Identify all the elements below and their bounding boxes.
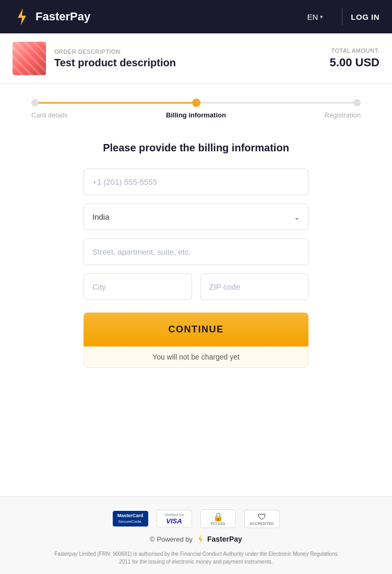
stepper-label-registration: Registration xyxy=(251,111,361,119)
stepper-dot-2 xyxy=(192,99,200,107)
footer-legal: Fasterpay Limited (FRN: 900681) is autho… xyxy=(50,550,342,566)
product-thumbnail xyxy=(13,42,46,75)
payment-badges: MasterCard SecureCode. Verified by VISA … xyxy=(113,509,280,528)
country-select[interactable]: India United States United Kingdom Germa… xyxy=(84,204,308,230)
country-group: India United States United Kingdom Germa… xyxy=(84,204,308,230)
page-wrapper: FasterPay EN ▾ LOG IN ORDER DESCRIPTION:… xyxy=(0,0,392,574)
not-charged-notice: You will not be charged yet xyxy=(84,346,308,368)
pci-icon: 🔒 xyxy=(213,512,223,522)
street-group xyxy=(84,238,308,265)
header-right: EN ▾ LOG IN xyxy=(307,8,379,25)
order-info: ORDER DESCRIPTION: Test product descript… xyxy=(0,33,392,84)
logo-text: FasterPay xyxy=(35,10,90,23)
stepper-labels: Card details Billing information Registr… xyxy=(31,111,361,119)
copyright-text: © Powered by xyxy=(150,535,193,543)
btn-notice-group: CONTINUE You will not be charged yet xyxy=(84,308,308,368)
lang-selector[interactable]: EN ▾ xyxy=(307,13,334,21)
accredited-label: ACCREDITED xyxy=(250,522,274,525)
footer: MasterCard SecureCode. Verified by VISA … xyxy=(0,496,392,574)
accredited-badge: 🛡 ACCREDITED xyxy=(244,510,280,528)
login-button[interactable]: LOG IN xyxy=(351,13,379,21)
zip-input[interactable] xyxy=(200,273,309,300)
stepper-label-billing: Billing information xyxy=(141,111,251,119)
lang-label: EN xyxy=(307,13,318,21)
phone-input[interactable] xyxy=(84,169,308,195)
chevron-down-icon: ▾ xyxy=(320,14,323,20)
order-title: Test product description xyxy=(54,57,322,69)
order-amount-area: TOTAL AMOUNT: 5.00 USD xyxy=(330,47,379,69)
visa-badge: Verified by VISA xyxy=(157,510,192,528)
logo-area: FasterPay xyxy=(13,7,90,26)
header: FasterPay EN ▾ LOG IN xyxy=(0,0,392,33)
city-input[interactable] xyxy=(84,273,192,300)
form-heading: Please provide the billing information xyxy=(84,142,308,154)
visa-label: VISA xyxy=(166,517,182,525)
powered-by: © Powered by FasterPay xyxy=(150,534,242,544)
svg-marker-0 xyxy=(18,8,26,25)
header-divider xyxy=(342,8,342,25)
phone-group xyxy=(84,169,308,195)
stepper-dot-1 xyxy=(31,99,39,106)
mastercard-label-bottom: SecureCode. xyxy=(118,519,142,524)
main-content: Please provide the billing information I… xyxy=(0,129,392,496)
mastercard-label-top: MasterCard xyxy=(117,513,144,519)
city-zip-group xyxy=(84,273,308,300)
country-select-wrapper: India United States United Kingdom Germa… xyxy=(84,204,308,230)
continue-button[interactable]: CONTINUE xyxy=(84,313,308,346)
verified-by-label: Verified by xyxy=(164,512,184,517)
powered-logo-text: FasterPay xyxy=(207,535,242,543)
amount-label: TOTAL AMOUNT: xyxy=(330,47,379,54)
stepper: Card details Billing information Registr… xyxy=(0,84,392,129)
order-details: ORDER DESCRIPTION: Test product descript… xyxy=(54,49,322,69)
lightning-icon xyxy=(13,7,31,26)
street-input[interactable] xyxy=(84,238,308,265)
stepper-line-fill xyxy=(31,102,196,104)
powered-logo: FasterPay xyxy=(196,534,242,544)
mastercard-badge: MasterCard SecureCode. xyxy=(113,511,148,527)
stepper-label-card: Card details xyxy=(31,111,141,119)
amount-value: 5.00 USD xyxy=(330,56,379,69)
stepper-track xyxy=(31,99,361,107)
accredited-icon: 🛡 xyxy=(258,512,266,522)
svg-marker-1 xyxy=(198,535,203,543)
fasterpay-logo-icon xyxy=(196,534,205,544)
pci-badge: 🔒 PCI DSS xyxy=(200,509,236,528)
order-description-label: ORDER DESCRIPTION: xyxy=(54,49,322,55)
pci-label: PCI DSS xyxy=(210,522,225,525)
stepper-dot-3 xyxy=(353,99,361,106)
